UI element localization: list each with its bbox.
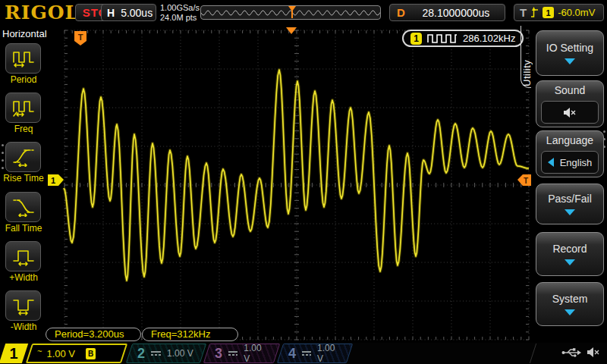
menu-item-label: System [552, 293, 588, 305]
channel3-number: 3 [215, 346, 222, 362]
dc-coupling-icon [151, 351, 161, 356]
sidebar-item-plus-width[interactable]: +Width [0, 241, 47, 283]
period-icon [12, 49, 35, 68]
language-value: English [560, 157, 593, 168]
channel-status-bar: 1 ~ 1.00 V B 2 1.00 V 3 1.00 V [0, 343, 607, 364]
rise-time-icon [12, 147, 35, 167]
dc-coupling-icon [302, 351, 311, 356]
sidebar-item-label: -Width [0, 322, 47, 332]
channel1-level-marker[interactable]: 1 [48, 174, 64, 186]
delay-readout-box[interactable]: D 28.1000000us [389, 4, 505, 21]
oscilloscope-ui: RIGOL STOP H 5.00us 1.00GSa/s 24.0M pts … [0, 0, 607, 364]
menu-page-dots [603, 130, 605, 153]
channel1-number: 1 [9, 345, 17, 362]
channel3-status[interactable]: 3 1.00 V [203, 344, 280, 363]
menu-item-system[interactable]: System [536, 282, 604, 326]
menu-item-sound[interactable]: Sound [536, 80, 604, 127]
menu-item-pass-fail[interactable]: Pass/Fail [536, 184, 604, 224]
minus-width-icon [12, 296, 35, 315]
measurement-period-badge[interactable]: Period=3.200us [46, 328, 141, 341]
sidebar-item-minus-width[interactable]: -Width [0, 290, 47, 332]
bandwidth-limit-badge: B [86, 348, 96, 359]
speaker-muted-icon [587, 347, 601, 358]
waveform-preview-bar[interactable] [200, 5, 381, 20]
menu-item-label: Record [552, 243, 587, 255]
channel3-scale: 1.00 V [244, 343, 269, 364]
chevron-down-icon [565, 209, 575, 215]
sidebar-item-label: Rise Time [0, 173, 47, 184]
channel1-tab[interactable]: 1 [0, 344, 28, 363]
period-button[interactable] [5, 43, 41, 74]
square-wave-icon [427, 33, 458, 43]
sidebar-item-label: +Width [0, 272, 47, 283]
channel1-status[interactable]: ~ 1.00 V B [26, 344, 127, 363]
sidebar-item-label: Period [0, 74, 47, 85]
menu-item-label: Sound [555, 84, 585, 96]
acquisition-info: 1.00GSa/s 24.0M pts [160, 3, 200, 23]
plus-width-icon [12, 246, 35, 266]
chevron-down-icon [565, 309, 575, 315]
h-label: H [107, 7, 115, 19]
dc-coupling-icon [228, 351, 237, 356]
memory-depth: 24.0M pts [160, 13, 200, 23]
plus-width-button[interactable] [5, 241, 41, 271]
sample-rate: 1.00GSa/s [160, 3, 200, 13]
chevron-down-icon [565, 259, 575, 265]
counter-channel-badge: 1 [410, 33, 422, 45]
trigger-source-badge: 1 [543, 7, 554, 18]
language-select[interactable]: English [541, 151, 599, 174]
sidebar-page-dots [2, 144, 4, 174]
timebase-value: 5.00us [121, 7, 153, 19]
channel4-number: 4 [288, 346, 296, 362]
utility-menu: Utility IO Setting Sound Language Englis… [531, 26, 607, 343]
trigger-position-marker[interactable] [288, 6, 296, 19]
channel2-number: 2 [137, 346, 145, 362]
status-bar-divider [530, 344, 536, 363]
d-label: D [397, 6, 405, 19]
counter-value: 286.102kHz [463, 33, 515, 44]
freq-button[interactable] [5, 93, 41, 123]
sidebar-item-rise-time[interactable]: Rise Time [0, 142, 47, 184]
frequency-counter-badge: 1 286.102kHz [402, 30, 524, 47]
menu-item-label: Language [546, 134, 593, 146]
svg-text:T: T [78, 33, 83, 42]
horizontal-timebase-box[interactable]: H 5.00us [101, 4, 156, 21]
sidebar-item-fall-time[interactable]: Fall Time [0, 192, 47, 234]
svg-text:1: 1 [51, 176, 55, 185]
usb-icon [561, 347, 581, 358]
trigger-level-marker[interactable]: T [517, 174, 531, 186]
channel1-scale: 1.00 V [46, 348, 75, 359]
measurement-freq-badge[interactable]: Freq=312kHz [142, 328, 238, 341]
trigger-time-flag[interactable]: T [74, 31, 86, 46]
minus-width-button[interactable] [5, 290, 41, 321]
ac-coupling-icon: ~ [37, 347, 42, 356]
menu-tab-title: Utility [521, 38, 533, 86]
trigger-edge-icon [530, 7, 539, 18]
sidebar-item-label: Fall Time [0, 223, 47, 234]
rise-time-button[interactable] [5, 142, 41, 172]
menu-item-label: IO Setting [546, 42, 593, 54]
ch1-trace-glow [64, 70, 529, 281]
sidebar-item-label: Freq [0, 124, 47, 134]
channel2-scale: 1.00 V [167, 348, 193, 359]
graticule-display: T 1 T [47, 27, 533, 343]
menu-item-record[interactable]: Record [536, 232, 604, 276]
delay-value: 28.1000000us [423, 7, 490, 19]
top-bar: RIGOL STOP H 5.00us 1.00GSa/s 24.0M pts … [0, 0, 607, 26]
menu-item-label: Pass/Fail [548, 193, 592, 205]
sidebar-item-freq[interactable]: Freq [0, 93, 47, 134]
menu-item-io-setting[interactable]: IO Setting [536, 30, 604, 76]
channel2-status[interactable]: 2 1.00 V [126, 344, 206, 363]
horizontal-measure-sidebar: Horizontal Period Freq [0, 26, 47, 343]
trigger-readout-box[interactable]: T 1 -60.0mV [514, 4, 604, 21]
menu-item-language[interactable]: Language English [536, 130, 604, 177]
freq-icon [12, 98, 35, 118]
svg-text:T: T [524, 177, 528, 185]
channel4-scale: 1.00 V [317, 343, 341, 364]
trigger-level-value: -60.0mV [558, 7, 595, 18]
chevron-left-icon [548, 158, 554, 167]
fall-time-button[interactable] [5, 192, 41, 222]
sidebar-item-period[interactable]: Period [0, 43, 47, 85]
channel4-status[interactable]: 4 1.00 V [277, 344, 353, 363]
sound-toggle[interactable] [541, 101, 599, 124]
